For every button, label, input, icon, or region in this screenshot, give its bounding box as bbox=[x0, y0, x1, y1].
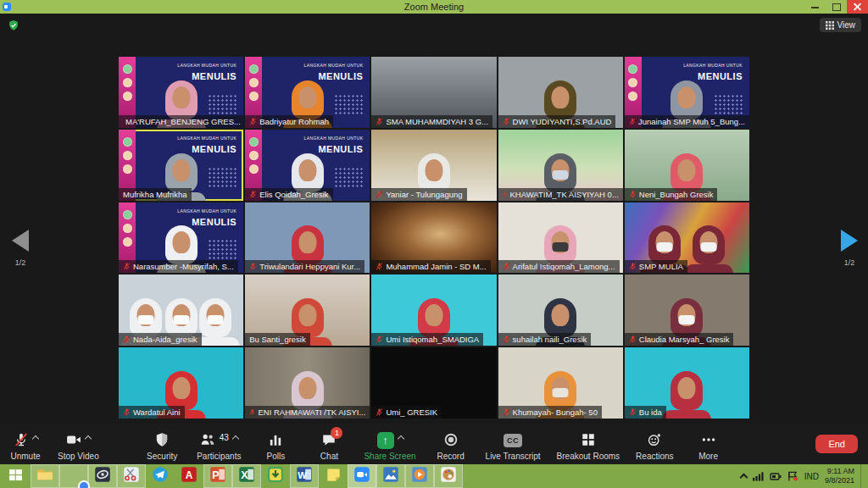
excel-icon: X bbox=[238, 466, 255, 486]
tray-clock[interactable]: 9:11 AM 9/8/2021 bbox=[825, 467, 854, 485]
start-button[interactable] bbox=[0, 464, 31, 488]
share-screen-button[interactable]: ↑Share Screen bbox=[364, 427, 415, 461]
participant-tile[interactable]: LANGKAH MUDAH UNTUKMENULIS Badriyatur Ro… bbox=[245, 57, 370, 128]
taskbar-item-word[interactable]: W bbox=[290, 464, 319, 488]
taskbar-item-sticky-notes[interactable] bbox=[319, 464, 348, 488]
participant-name: ENI RAHMAWATI /TK AISYI... bbox=[259, 406, 366, 419]
chat-button[interactable]: 1Chat bbox=[310, 427, 348, 461]
encryption-shield-icon[interactable] bbox=[8, 19, 19, 35]
participant-tile[interactable]: suhailah naili_Gresik bbox=[498, 274, 623, 346]
participant-name: Claudia Marsyah_ Gresik bbox=[639, 333, 730, 346]
stop-video-button[interactable]: Stop Video bbox=[58, 427, 99, 461]
chevron-up-icon[interactable] bbox=[397, 435, 403, 442]
file-explorer-icon bbox=[36, 466, 53, 486]
more-label: More bbox=[698, 452, 718, 461]
minimize-button[interactable] bbox=[804, 0, 826, 14]
participants-button[interactable]: 43Participants bbox=[197, 427, 241, 461]
muted-mic-icon bbox=[376, 118, 383, 125]
taskbar-item-media-player[interactable] bbox=[405, 464, 434, 488]
participant-name: Muhammad Jamin - SD M... bbox=[386, 260, 486, 273]
polls-button[interactable]: Polls bbox=[257, 427, 294, 461]
more-button[interactable]: More bbox=[690, 427, 727, 461]
tray-hidden-icons-caret[interactable] bbox=[739, 474, 748, 482]
action-center-flag-icon[interactable] bbox=[787, 471, 798, 481]
participant-name: Bu ida bbox=[639, 406, 662, 419]
participant-name: Bu Santi_gresik bbox=[249, 333, 306, 346]
breakout-rooms-button[interactable]: Breakout Rooms bbox=[557, 427, 620, 461]
chevron-up-icon[interactable] bbox=[31, 435, 38, 442]
reactions-button[interactable]: Reactions bbox=[636, 427, 673, 461]
battery-icon[interactable] bbox=[770, 471, 782, 481]
participant-tile[interactable]: DWI YUDIYANTI,S.Pd.AUD bbox=[498, 57, 623, 128]
participant-nameplate: Muhammad Jamin - SD M... bbox=[371, 260, 490, 273]
show-desktop-button[interactable] bbox=[860, 464, 865, 488]
unmute-button[interactable]: Unmute bbox=[7, 427, 44, 461]
participant-name: Narasumber -Musyrifah, S... bbox=[133, 260, 234, 273]
security-label: Security bbox=[147, 452, 177, 461]
participant-tile[interactable]: LANGKAH MUDAH UNTUKMENULIS Elis Qoidah_G… bbox=[245, 130, 370, 201]
participant-tile[interactable]: Yaniar - Tulungagung bbox=[371, 130, 496, 201]
taskbar-item-screen-recorder[interactable] bbox=[88, 464, 117, 488]
network-signal-icon[interactable] bbox=[753, 471, 764, 481]
security-button[interactable]: Security bbox=[143, 427, 181, 461]
muted-mic-icon bbox=[376, 408, 383, 416]
record-button[interactable]: Record bbox=[432, 427, 470, 461]
taskbar-item-acrobat[interactable]: A bbox=[175, 464, 203, 488]
chat-badge: 1 bbox=[331, 427, 342, 439]
participant-tile[interactable]: KHAWATIM_TK AISYIYAH 0... bbox=[498, 130, 623, 201]
participant-tile[interactable]: SMA MUHAMMDIYAH 3 G... bbox=[371, 57, 496, 128]
cc-icon: CC bbox=[504, 432, 522, 447]
share-screen-icon: ↑ bbox=[377, 432, 394, 449]
taskbar-item-powerpoint[interactable]: P bbox=[203, 464, 232, 488]
participant-name: Junainah SMP Muh 5_Bung... bbox=[638, 115, 745, 128]
taskbar-item-file-explorer[interactable] bbox=[31, 464, 59, 488]
prev-page-button[interactable]: 1/2 bbox=[3, 230, 37, 267]
participant-nameplate: Neni_Bungah Gresik bbox=[625, 188, 718, 201]
participant-tile[interactable]: Nada-Aida_gresik bbox=[119, 274, 243, 346]
taskbar-item-idm[interactable] bbox=[261, 464, 290, 488]
end-meeting-button[interactable]: End bbox=[815, 435, 858, 453]
taskbar-item-excel[interactable]: X bbox=[232, 464, 261, 488]
participant-tile[interactable]: Bu ida bbox=[625, 347, 749, 419]
mic-muted-icon bbox=[14, 432, 29, 449]
participant-person bbox=[683, 225, 734, 273]
participant-tile[interactable]: ENI RAHMAWATI /TK AISYI... bbox=[245, 347, 370, 419]
titlebar: Zoom Meeting bbox=[0, 0, 868, 14]
taskbar-item-snipping-tool[interactable] bbox=[117, 464, 146, 488]
close-button[interactable] bbox=[847, 0, 868, 14]
participant-tile[interactable]: Muhammad Jamin - SD M... bbox=[371, 202, 496, 274]
view-button[interactable]: View bbox=[820, 18, 862, 32]
webinar-dots-pattern bbox=[208, 239, 238, 259]
participant-tile[interactable]: LANGKAH MUDAH UNTUKMENULIS MA'RUFAH_BENJ… bbox=[119, 57, 243, 128]
participant-tile[interactable]: Khumayah- Bungah- 50 bbox=[498, 347, 623, 419]
participant-tile[interactable]: Arifatul Istiqomah_Lamong... bbox=[498, 202, 623, 274]
telegram-icon bbox=[152, 466, 169, 486]
participant-tile[interactable]: Neni_Bungah Gresik bbox=[625, 130, 749, 201]
live-transcript-button[interactable]: CCLive Transcript bbox=[486, 427, 541, 461]
taskbar-item-chrome[interactable] bbox=[59, 464, 88, 488]
participant-tile[interactable]: LANGKAH MUDAH UNTUKMENULIS Junainah SMP … bbox=[625, 57, 749, 128]
meeting-area: View LANGKAH MUDAH UNTUKMENULIS MA'RUFAH… bbox=[0, 14, 868, 424]
participant-tile[interactable]: Claudia Marsyah_ Gresik bbox=[625, 274, 749, 346]
maximize-button[interactable] bbox=[826, 0, 847, 14]
language-indicator[interactable]: IND bbox=[804, 472, 819, 481]
chevron-up-icon[interactable] bbox=[232, 435, 239, 442]
taskbar-item-paint[interactable] bbox=[434, 464, 463, 488]
participant-tile[interactable]: Triwulandari Heppyani Kur... bbox=[245, 202, 370, 274]
taskbar-item-photos[interactable] bbox=[376, 464, 405, 488]
chevron-up-icon[interactable] bbox=[85, 435, 92, 442]
share-screen-label: Share Screen bbox=[364, 452, 415, 461]
participant-tile[interactable]: Wardatul Aini bbox=[119, 347, 243, 419]
participant-tile[interactable]: Umi_ GRESIK bbox=[371, 347, 496, 419]
breakout-rooms-icon bbox=[581, 432, 596, 449]
record-label: Record bbox=[437, 452, 464, 461]
participant-tile[interactable]: LANGKAH MUDAH UNTUKMENULIS Narasumber -M… bbox=[119, 202, 243, 274]
participant-tile[interactable]: Bu Santi_gresik bbox=[245, 274, 370, 346]
next-page-button[interactable]: 1/2 bbox=[832, 230, 866, 267]
participant-nameplate: Bu Santi_gresik bbox=[245, 333, 310, 346]
participant-tile[interactable]: Umi Istiqomah_SMADIGA bbox=[371, 274, 496, 346]
taskbar-item-telegram[interactable] bbox=[146, 464, 175, 488]
participant-tile[interactable]: LANGKAH MUDAH UNTUKMENULIS Mufrikha Mufr… bbox=[119, 130, 243, 201]
participant-tile[interactable]: SMP MULIA bbox=[625, 202, 749, 274]
taskbar-item-zoom[interactable] bbox=[348, 464, 376, 488]
